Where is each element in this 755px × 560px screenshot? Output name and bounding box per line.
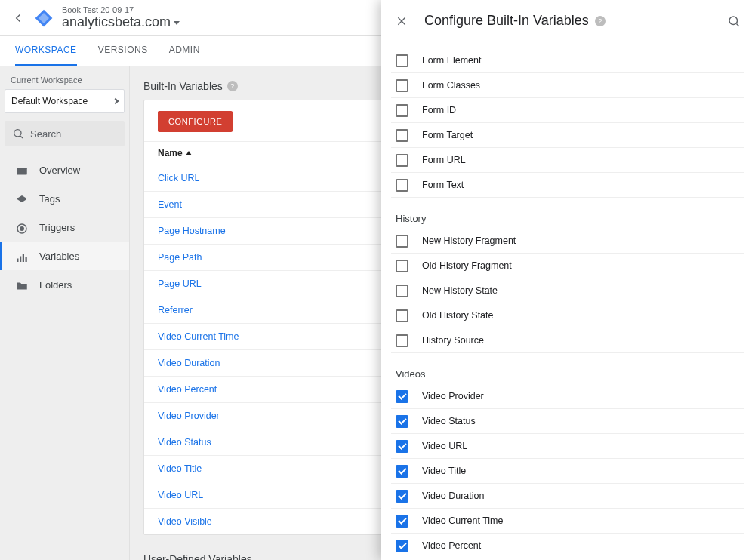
variables-icon <box>15 251 29 261</box>
checkbox[interactable] <box>396 179 408 192</box>
option-label: Video Provider <box>422 391 484 402</box>
breadcrumb[interactable]: Book Test 20-09-17 <box>62 5 180 14</box>
variable-option[interactable]: Video Provider <box>391 384 744 409</box>
panel-search-button[interactable] <box>725 12 743 30</box>
svg-point-2 <box>14 130 21 137</box>
variable-option[interactable]: Video Title <box>391 459 744 484</box>
svg-rect-8 <box>20 257 21 263</box>
sidebar-item-label: Tags <box>39 193 60 205</box>
checkbox[interactable] <box>396 285 408 297</box>
variable-option[interactable]: History Source <box>391 328 744 353</box>
sidebar-item-tags[interactable]: Tags <box>0 184 129 213</box>
gtm-logo-icon <box>33 8 54 29</box>
option-label: Form Classes <box>422 80 480 91</box>
variable-option[interactable]: Old History Fragment <box>391 254 744 278</box>
chevron-down-icon <box>174 21 180 25</box>
checkbox[interactable] <box>396 104 408 117</box>
checkbox[interactable] <box>396 540 408 552</box>
variable-option[interactable]: Form URL <box>391 148 744 173</box>
overview-icon <box>15 165 29 175</box>
triggers-icon <box>15 222 29 232</box>
checkbox[interactable] <box>396 129 408 142</box>
search-placeholder: Search <box>30 128 61 140</box>
sidebar-item-label: Folders <box>39 279 72 291</box>
variable-option[interactable]: New History State <box>391 278 744 303</box>
tab-versions[interactable]: VERSIONS <box>98 36 148 66</box>
checkbox[interactable] <box>396 415 408 428</box>
close-button[interactable] <box>393 12 411 30</box>
option-label: Form Element <box>422 55 482 66</box>
tab-admin[interactable]: ADMIN <box>169 36 200 66</box>
option-label: Video Title <box>422 466 466 476</box>
variable-option[interactable]: Video URL <box>391 434 744 459</box>
variable-option[interactable]: Old History State <box>391 303 744 328</box>
variable-option[interactable]: Form ID <box>391 98 744 123</box>
tags-icon <box>15 193 29 204</box>
option-label: Form Text <box>422 180 464 190</box>
back-button[interactable] <box>6 6 30 30</box>
sidebar-item-overview[interactable]: Overview <box>0 155 129 184</box>
sort-asc-icon <box>186 151 192 155</box>
checkbox[interactable] <box>396 334 408 347</box>
variable-option[interactable]: Video Duration <box>391 484 744 509</box>
checkbox[interactable] <box>396 260 408 272</box>
checkbox[interactable] <box>396 440 408 453</box>
svg-rect-9 <box>23 254 24 263</box>
search-input[interactable]: Search <box>5 121 125 146</box>
workspace-selector[interactable]: Default Workspace <box>5 89 125 113</box>
variable-option[interactable]: Video Status <box>391 409 744 434</box>
configure-button[interactable]: CONFIGURE <box>158 111 233 132</box>
builtin-title: Built-In Variables <box>143 80 223 92</box>
checkbox[interactable] <box>396 309 408 322</box>
checkbox[interactable] <box>396 154 408 167</box>
help-icon[interactable]: ? <box>595 16 606 26</box>
checkbox[interactable] <box>396 54 408 67</box>
checkbox[interactable] <box>396 390 408 403</box>
option-label: Video URL <box>422 441 467 451</box>
tab-workspace[interactable]: WORKSPACE <box>15 36 77 66</box>
panel-title: Configure Built-In Variables <box>424 13 589 29</box>
variable-option[interactable]: Form Text <box>391 173 744 198</box>
help-icon[interactable]: ? <box>227 81 238 91</box>
name-header: Name <box>158 148 183 158</box>
svg-point-13 <box>729 17 738 25</box>
search-icon <box>12 128 24 140</box>
variable-option[interactable]: Video Percent <box>391 534 744 558</box>
svg-line-14 <box>736 23 738 26</box>
option-label: Video Current Time <box>422 515 503 526</box>
option-label: Form Target <box>422 130 473 140</box>
workspace-name: Default Workspace <box>11 96 88 106</box>
variable-option[interactable]: New History Fragment <box>391 229 744 254</box>
current-workspace-label: Current Workspace <box>0 66 129 89</box>
sidebar-item-folders[interactable]: Folders <box>0 270 129 299</box>
user-defined-title: User-Defined Variables <box>143 553 252 560</box>
variable-option[interactable]: Video Current Time <box>391 509 744 534</box>
group-title: Videos <box>391 353 744 384</box>
container-name: analyticsbeta.com <box>62 14 171 30</box>
sidebar-item-triggers[interactable]: Triggers <box>0 213 129 242</box>
option-label: Video Duration <box>422 491 484 501</box>
option-label: New History Fragment <box>422 235 516 246</box>
checkbox[interactable] <box>396 515 408 528</box>
checkbox[interactable] <box>396 235 408 248</box>
chevron-right-icon <box>112 98 119 104</box>
variable-option[interactable]: Form Classes <box>391 73 744 98</box>
variable-option[interactable]: Form Target <box>391 123 744 148</box>
checkbox[interactable] <box>396 490 408 503</box>
checkbox[interactable] <box>396 465 408 478</box>
configure-panel: Configure Built-In Variables ? Form Elem… <box>381 0 755 560</box>
sidebar-item-label: Triggers <box>39 222 75 233</box>
option-label: History Source <box>422 335 484 346</box>
variable-option[interactable]: Form Element <box>391 48 744 73</box>
option-label: Form ID <box>422 105 456 115</box>
folders-icon <box>15 279 29 290</box>
svg-rect-7 <box>17 259 18 263</box>
checkbox[interactable] <box>396 79 408 92</box>
svg-point-6 <box>20 227 24 231</box>
svg-line-3 <box>20 136 23 138</box>
group-title: History <box>391 198 744 229</box>
svg-rect-10 <box>26 257 27 262</box>
container-selector[interactable]: analyticsbeta.com <box>62 14 180 30</box>
option-label: New History State <box>422 285 498 296</box>
sidebar-item-variables[interactable]: Variables <box>0 242 129 270</box>
